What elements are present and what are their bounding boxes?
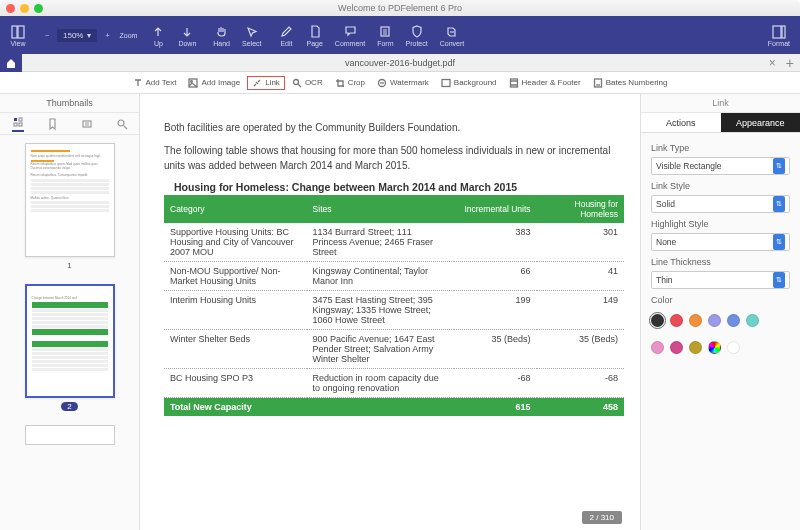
- down-tool[interactable]: Down: [172, 24, 202, 47]
- up-tool[interactable]: Up: [144, 24, 172, 47]
- line-thickness-label: Line Thickness: [651, 257, 790, 267]
- view-tool[interactable]: View: [4, 24, 32, 47]
- color-swatch[interactable]: [689, 341, 702, 354]
- edit-tool[interactable]: Edit: [272, 24, 300, 47]
- link-icon: [252, 78, 262, 88]
- svg-rect-4: [782, 26, 785, 38]
- form-tool[interactable]: Form: [371, 24, 399, 47]
- svg-rect-9: [442, 79, 450, 86]
- attachments-tab[interactable]: [81, 118, 93, 130]
- thumbnail-page-1[interactable]: Nam sequi quidem reprehenderit velit ea …: [25, 143, 115, 257]
- text-icon: [133, 78, 143, 88]
- svg-point-7: [293, 79, 298, 84]
- table-row: Supportive Housing Units: BC Housing and…: [164, 223, 624, 262]
- watermark-button[interactable]: Watermark: [372, 76, 434, 90]
- dropdown-icon: ⇅: [773, 196, 785, 212]
- side-panel-title: Link: [641, 94, 800, 113]
- comment-tool[interactable]: Comment: [329, 24, 371, 47]
- shield-icon: [409, 24, 425, 40]
- zoom-selector[interactable]: 150% ▾: [57, 29, 97, 42]
- format-tool[interactable]: Format: [762, 16, 796, 54]
- link-type-label: Link Type: [651, 143, 790, 153]
- color-swatch[interactable]: [651, 341, 664, 354]
- add-image-button[interactable]: Add Image: [183, 76, 245, 90]
- zoom-in-button[interactable]: +: [97, 27, 117, 43]
- svg-rect-14: [14, 123, 17, 126]
- thumbnail-page-2[interactable]: Change between March 2014 and: [25, 284, 115, 398]
- tab-add-button[interactable]: +: [780, 55, 800, 71]
- page-tool[interactable]: Page: [300, 24, 328, 47]
- arrow-up-icon: [150, 24, 166, 40]
- window-titlebar: Welcome to PDFelement 6 Pro: [0, 0, 800, 16]
- color-swatch[interactable]: [651, 314, 664, 327]
- dropdown-icon: ⇅: [773, 234, 785, 250]
- document-view[interactable]: Both facilities are operated by the Comm…: [140, 94, 640, 530]
- col-incremental: Incremental Units: [454, 195, 537, 223]
- link-style-select[interactable]: Solid⇅: [651, 195, 790, 213]
- color-swatch[interactable]: [746, 314, 759, 327]
- thumbnails-icon: [12, 116, 24, 128]
- table-total-row: Total New Capacity615458: [164, 398, 624, 417]
- color-swatch[interactable]: [670, 341, 683, 354]
- attachment-icon: [81, 118, 93, 130]
- crop-button[interactable]: Crop: [330, 76, 370, 90]
- zoom-out-button[interactable]: −: [37, 27, 57, 43]
- color-swatch[interactable]: [670, 314, 683, 327]
- header-footer-button[interactable]: Header & Footer: [504, 76, 586, 90]
- color-none[interactable]: [727, 341, 740, 354]
- table-title: Housing for Homeless: Change between Mar…: [174, 181, 624, 193]
- arrow-down-icon: [179, 24, 195, 40]
- tab-close-button[interactable]: ×: [765, 56, 780, 70]
- svg-rect-11: [594, 79, 601, 87]
- home-icon: [5, 57, 17, 69]
- link-button[interactable]: Link: [247, 76, 285, 90]
- document-tab-name[interactable]: vancouver-2016-budget.pdf: [345, 58, 455, 68]
- select-tool[interactable]: Select: [236, 24, 267, 47]
- view-icon: [10, 24, 26, 40]
- svg-rect-12: [14, 118, 17, 121]
- search-tab[interactable]: [116, 118, 128, 130]
- thumbnail-page-3[interactable]: [25, 425, 115, 445]
- table-row: Winter Shelter Beds900 Pacific Avenue; 1…: [164, 330, 624, 369]
- bates-numbering-button[interactable]: Bates Numbering: [588, 76, 673, 90]
- header-footer-icon: [509, 78, 519, 88]
- ocr-icon: [292, 78, 302, 88]
- edit-icon: [278, 24, 294, 40]
- convert-tool[interactable]: Convert: [434, 24, 471, 47]
- page-icon: [307, 24, 323, 40]
- table-row: Interim Housing Units3475 East Hasting S…: [164, 291, 624, 330]
- hand-tool[interactable]: Hand: [207, 24, 236, 47]
- link-type-select[interactable]: Visible Rectangle⇅: [651, 157, 790, 175]
- properties-panel: Link Actions Appearance Link Type Visibl…: [640, 94, 800, 530]
- edit-sub-toolbar: Add Text Add Image Link OCR Crop Waterma…: [0, 72, 800, 94]
- bookmarks-tab[interactable]: [47, 118, 58, 130]
- actions-tab[interactable]: Actions: [641, 113, 721, 133]
- col-category: Category: [164, 195, 307, 223]
- thumbnails-tab[interactable]: [12, 116, 24, 132]
- table-row: Non-MOU Supportive/ Non-Market Housing U…: [164, 262, 624, 291]
- thumbnail-2-label: 2: [61, 402, 77, 411]
- highlight-style-label: Highlight Style: [651, 219, 790, 229]
- svg-rect-16: [83, 121, 91, 127]
- background-button[interactable]: Background: [436, 76, 502, 90]
- ocr-button[interactable]: OCR: [287, 76, 328, 90]
- color-swatch[interactable]: [727, 314, 740, 327]
- comment-icon: [342, 24, 358, 40]
- crop-icon: [335, 78, 345, 88]
- add-text-button[interactable]: Add Text: [128, 76, 182, 90]
- protect-tool[interactable]: Protect: [400, 24, 434, 47]
- svg-rect-0: [12, 26, 17, 38]
- color-picker-button[interactable]: [708, 341, 721, 354]
- home-tab[interactable]: [0, 54, 22, 72]
- form-icon: [377, 24, 393, 40]
- line-thickness-select[interactable]: Thin⇅: [651, 271, 790, 289]
- convert-icon: [444, 24, 460, 40]
- dropdown-icon: ⇅: [773, 272, 785, 288]
- svg-rect-3: [773, 26, 781, 38]
- highlight-style-select[interactable]: None⇅: [651, 233, 790, 251]
- color-swatch[interactable]: [708, 314, 721, 327]
- svg-rect-1: [18, 26, 24, 38]
- appearance-tab[interactable]: Appearance: [721, 113, 801, 133]
- color-swatch[interactable]: [689, 314, 702, 327]
- window-title: Welcome to PDFelement 6 Pro: [0, 3, 800, 13]
